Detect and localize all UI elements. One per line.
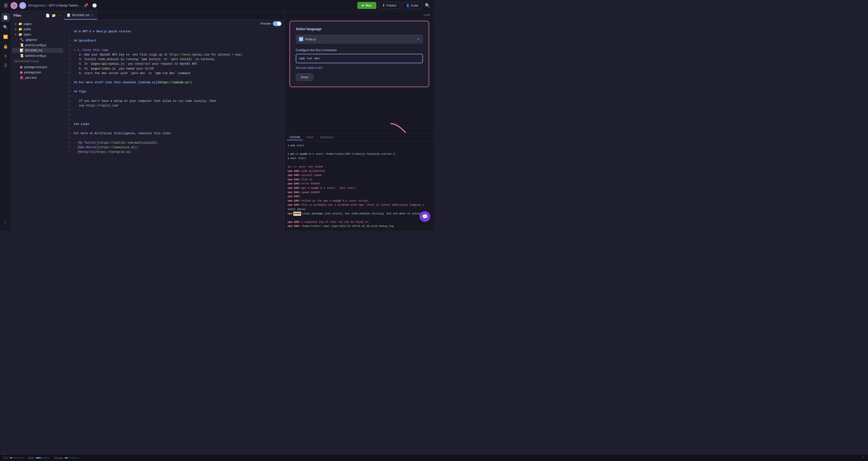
sidebar-icon-settings[interactable]: ⚙ (1, 52, 10, 60)
lang-select-wrapper: N Node.js ▼ (296, 35, 423, 44)
avatar[interactable] (19, 2, 26, 9)
tree-item-label: tailwind.config.js (25, 54, 46, 57)
breadcrumb: Mindgames1 / GPT-3-Nextjs-Tailwin... (28, 4, 81, 7)
console-cmd: gpt-3-app@0.0.1 start /home/runner/GPT-3… (290, 152, 395, 156)
console-line: ❯ gpt-3-app@0.0.1 start /home/runner/GPT… (287, 152, 431, 156)
console-line: npm ERR! spawn ENOENT (287, 191, 431, 195)
more-options-icon[interactable]: ⋯ (58, 49, 61, 52)
publish-label: Publish (386, 4, 397, 7)
tree-item-readme[interactable]: 📝 README.md ⋯ (12, 48, 63, 53)
sidebar-icon-database[interactable]: 🗄 (1, 61, 10, 70)
file-icon: 📝 (20, 49, 24, 52)
config-modal-title: Select language (296, 27, 423, 31)
editor-tab-readme[interactable]: 📝 README.md ✕ (64, 11, 97, 20)
tree-item-public[interactable]: ▶ 📁 public (12, 27, 63, 32)
console-line: npm ERR! file sh (287, 178, 431, 182)
console-line: npm ERR! A complete log of this run can … (287, 220, 431, 225)
hamburger-icon[interactable]: ☰ (3, 2, 9, 9)
file-icon: 🧶 (20, 76, 24, 79)
npm-err-label: npm (287, 212, 292, 216)
done-button[interactable]: Done (296, 74, 313, 81)
replit-logo: 🌀 (11, 2, 18, 9)
topnav-right: ⬆ Publish 👤 Invite 🔍 (379, 2, 431, 9)
tree-item-label: package-lock.json (24, 65, 47, 69)
tree-item-postcss[interactable]: 📜 postcss.config.js (12, 42, 63, 48)
topnav-left: ☰ 🌀 Mindgames1 / GPT-3-Nextjs-Tailwin...… (3, 2, 376, 9)
console-line: npm WARN Local package.json exists, but … (287, 212, 431, 216)
breadcrumb-user[interactable]: Mindgames1 (28, 4, 46, 7)
sidebar-icon-search[interactable]: 🔍 (1, 23, 10, 31)
console-error: code ELIFECYCLE (301, 169, 325, 174)
code-editor[interactable]: ## A GPT-3 ❤️ Nextjs Quick starter ## Qu… (74, 28, 284, 231)
sidebar-icons: 📄 🔍 🔀 🔒 ⚙ 🗄 ✓ ? (0, 11, 11, 231)
tree-item-package-json[interactable]: ▣ package.json (12, 70, 63, 75)
console-line: npm ERR! (287, 195, 431, 199)
tab-close-icon[interactable]: ✕ (91, 13, 94, 17)
not-sure-link[interactable]: Not sure what to do? (296, 66, 423, 69)
chevron-icon: ▶ (15, 28, 17, 30)
file-icon: ▣ (20, 65, 23, 69)
chat-bubble[interactable]: 💬 (420, 211, 430, 222)
line-numbers: 1234567891011121314151617181920212223242… (64, 28, 74, 231)
pin-icon[interactable]: 📌 (83, 2, 89, 9)
preview-toggle[interactable] (273, 21, 282, 26)
console-line: npm ERR! errno ENOENT (287, 182, 431, 186)
file-icon: 📜 (20, 54, 24, 57)
sidebar-icon-check[interactable]: ✓ (1, 218, 10, 227)
sidebar-icon-git[interactable]: 🔀 (1, 32, 10, 41)
console-line: utput above. (287, 207, 431, 212)
file-panel: Files 📄 📁 ⋯ ▶ 📁 pages ▶ 📁 public ▶ 📁 sty (11, 11, 64, 231)
console-cmd: next start (290, 156, 306, 161)
run-button[interactable]: Run (357, 2, 376, 9)
breadcrumb-separator: / (47, 4, 48, 7)
tree-item-label: pages (24, 22, 32, 26)
npm-err-label: npm ERR! (287, 224, 300, 229)
console-error: spawn ENOENT (301, 191, 320, 195)
tree-item-label: public (24, 28, 31, 31)
new-folder-icon[interactable]: 📁 (51, 13, 56, 18)
file-icon: ▣ (20, 70, 23, 74)
more-icon[interactable]: ⋯ (57, 13, 62, 18)
console-tab-markdown[interactable]: Markdown (317, 135, 336, 140)
console-error: syscall spawn (301, 173, 322, 178)
tree-item-styles[interactable]: ▶ 📁 styles (12, 32, 63, 37)
tree-item-tailwind[interactable]: 📜 tailwind.config.js (12, 53, 63, 58)
config-modal: Select language N Node.js ▼ Configure th… (289, 21, 429, 87)
console-prompt: ❯ (287, 156, 289, 161)
language-select[interactable]: N Node.js ▼ (296, 35, 423, 44)
tree-item-gitignore[interactable]: 🔧 .gitignore (12, 37, 63, 42)
console-tab-shell[interactable]: Shell (304, 135, 316, 140)
tree-item-yarn-lock[interactable]: 🧶 yarn.lock (12, 75, 63, 80)
file-panel-actions: 📄 📁 ⋯ (45, 13, 62, 18)
folder-icon: 📁 (18, 27, 22, 31)
console-line: npm ERR! syscall spawn (287, 173, 431, 178)
sidebar-icon-lock[interactable]: 🔒 (1, 42, 10, 51)
search-icon[interactable]: 🔍 (424, 2, 431, 9)
tree-item-package-lock[interactable]: ▣ package-lock.json (12, 64, 63, 69)
file-tree: ▶ 📁 pages ▶ 📁 public ▶ 📁 styles 🔧 .gitig… (11, 20, 64, 231)
sidebar-icon-files[interactable]: 📄 (1, 13, 10, 22)
folder-icon: 📁 (18, 33, 22, 36)
preview-label: Preview (260, 22, 271, 25)
chevron-icon: ▶ (15, 33, 17, 36)
editor-toolbar: Preview (64, 20, 284, 28)
console-tab-console[interactable]: Console (287, 135, 303, 140)
history-icon[interactable]: 🕐 (91, 2, 98, 9)
console-error: sh: 1: next: not found (287, 165, 322, 169)
folder-icon: 📁 (18, 22, 22, 26)
tree-item-label: package.json (24, 71, 41, 74)
invite-button[interactable]: 👤 Invite (402, 2, 422, 9)
publish-button[interactable]: ⬆ Publish (379, 2, 400, 9)
breadcrumb-repo[interactable]: GPT-3-Nextjs-Tailwin... (49, 4, 81, 7)
sidebar-icons-bottom: ✓ ? (1, 218, 10, 229)
console-error: gpt-3-app@0.0.1 start: `next start` (301, 186, 357, 191)
console-line: npm ERR! Failed at the gpt-3-app@0.0.1 s… (287, 199, 431, 203)
publish-icon: ⬆ (382, 4, 385, 7)
npm-err-label: npm ERR! (287, 203, 300, 207)
tree-item-pages[interactable]: ▶ 📁 pages (12, 21, 63, 26)
console-prompt: ❯ (287, 144, 289, 148)
replit-badge: .replit (285, 11, 434, 19)
invite-label: Invite (411, 4, 418, 7)
run-command-input[interactable] (296, 54, 423, 63)
new-file-icon[interactable]: 📄 (45, 13, 50, 18)
